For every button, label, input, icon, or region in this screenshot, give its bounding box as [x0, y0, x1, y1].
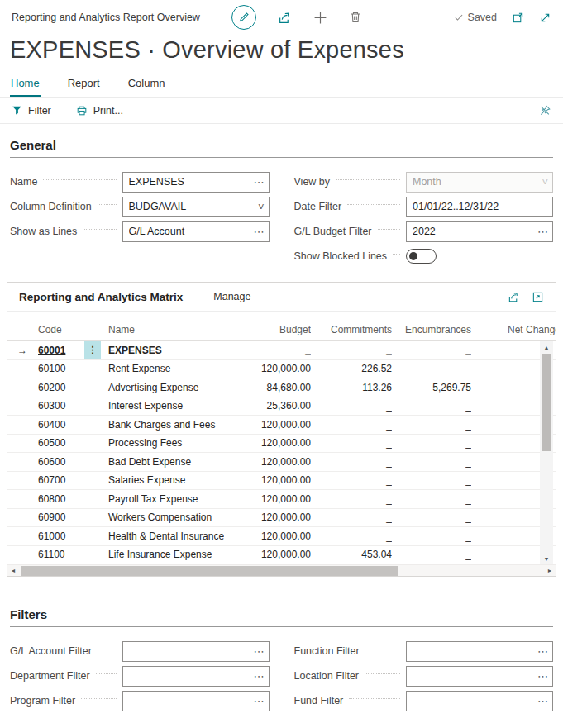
table-row[interactable]: 60900Workers Compensation120,000.00__ [7, 509, 556, 528]
cell-budget[interactable]: 120,000.00 [224, 549, 311, 560]
unpin-toolbar-button[interactable] [539, 104, 551, 117]
program-filter-field[interactable]: ⋯ [122, 691, 270, 711]
new-button[interactable] [313, 11, 327, 25]
table-row[interactable]: 61000Health & Dental Insurance E...120,0… [7, 527, 556, 546]
col-header-budget[interactable]: Budget [224, 324, 311, 335]
cell-code[interactable]: 60001 [32, 345, 83, 356]
cell-code[interactable]: 60800 [32, 493, 83, 505]
cell-budget[interactable]: 120,000.00 [224, 437, 311, 449]
scroll-left-icon[interactable]: ◄ [7, 568, 19, 573]
cell-budget[interactable]: 25,360.00 [224, 400, 311, 412]
table-row[interactable]: 60800Payroll Tax Expense120,000.00__ [7, 490, 556, 509]
assist-edit-icon[interactable]: ⋯ [537, 671, 548, 682]
table-row[interactable]: 60300Interest Expense25,360.00__ [7, 397, 556, 416]
assist-edit-icon[interactable]: ⋯ [254, 671, 265, 682]
cell-commitments[interactable]: 226.52 [311, 363, 392, 374]
open-in-new-window-button[interactable] [512, 12, 524, 24]
general-heading[interactable]: General [10, 124, 553, 158]
name-field[interactable]: ⋯ [122, 172, 270, 193]
share-button[interactable] [278, 11, 292, 25]
cell-code[interactable]: 61100 [32, 549, 83, 560]
location-filter-field[interactable]: ⋯ [406, 666, 553, 687]
assist-edit-icon[interactable]: ⋯ [537, 226, 548, 237]
table-row[interactable]: 60600Bad Debt Expense120,000.00__ [7, 453, 556, 472]
breadcrumb[interactable]: Reporting and Analytics Report Overview [12, 12, 200, 23]
assist-edit-icon[interactable]: ⋯ [254, 696, 265, 707]
cell-code[interactable]: 60600 [32, 456, 83, 468]
cell-budget[interactable]: 120,000.00 [224, 474, 311, 486]
cell-budget[interactable]: 120,000.00 [224, 531, 311, 542]
cell-budget[interactable]: 120,000.00 [224, 512, 311, 523]
table-row[interactable]: 60700Salaries Expense120,000.00__ [7, 472, 556, 491]
cell-code[interactable]: 60100 [32, 363, 83, 374]
print-button[interactable]: Print... [76, 105, 123, 117]
cell-encumbrances[interactable]: _ [392, 456, 471, 468]
cell-commitments[interactable]: _ [311, 531, 392, 542]
cell-commitments[interactable]: _ [311, 400, 392, 412]
cell-code[interactable]: 61000 [32, 531, 83, 542]
cell-encumbrances[interactable]: _ [392, 531, 471, 542]
cell-encumbrances[interactable]: _ [392, 400, 471, 412]
program-filter-input[interactable] [123, 692, 269, 711]
gl-account-filter-input[interactable] [123, 642, 269, 661]
delete-button[interactable] [349, 11, 362, 24]
edit-button[interactable] [231, 5, 256, 30]
row-context-menu-icon[interactable]: ⋮ [84, 341, 101, 359]
cell-commitments[interactable]: _ [311, 419, 392, 431]
fullscreen-button[interactable] [539, 12, 551, 24]
table-row[interactable]: →60001⋮EXPENSES___ [7, 341, 556, 360]
tab-column[interactable]: Column [127, 74, 166, 97]
table-row[interactable]: 60400Bank Charges and Fees120,000.00__ [7, 416, 556, 435]
name-input[interactable] [123, 173, 269, 192]
fund-filter-field[interactable]: ⋯ [406, 691, 553, 711]
cell-budget[interactable]: 120,000.00 [224, 363, 311, 374]
assist-edit-icon[interactable]: ⋯ [537, 696, 548, 707]
function-filter-field[interactable]: ⋯ [406, 641, 553, 662]
cell-encumbrances[interactable]: _ [392, 345, 471, 356]
table-row[interactable]: 61100Life Insurance Expense120,000.00453… [7, 546, 556, 565]
scroll-up-icon[interactable]: ▲ [540, 341, 553, 353]
table-row[interactable]: 60100Rent Expense120,000.00226.52_ [7, 360, 556, 379]
column-definition-input[interactable] [123, 197, 269, 216]
show-blocked-lines-toggle[interactable] [406, 249, 437, 264]
cell-commitments[interactable]: _ [311, 512, 392, 523]
cell-code[interactable]: 60300 [32, 400, 83, 412]
cell-commitments[interactable]: _ [311, 456, 392, 468]
cell-encumbrances[interactable]: _ [392, 363, 471, 374]
function-filter-input[interactable] [407, 642, 552, 661]
cell-budget[interactable]: _ [224, 345, 311, 356]
horizontal-scrollbar[interactable]: ◄ ► [7, 564, 556, 576]
col-header-net-change[interactable]: Net Change [471, 324, 556, 335]
table-row[interactable]: 60200Advertising Expense84,680.00113.265… [7, 378, 556, 397]
fund-filter-input[interactable] [407, 692, 552, 711]
horizontal-scrollbar-track[interactable] [19, 565, 544, 576]
cell-encumbrances[interactable]: _ [392, 419, 471, 431]
date-filter-field[interactable] [406, 197, 553, 217]
col-header-encumbrances[interactable]: Encumbrances [392, 324, 471, 335]
column-definition-field[interactable]: ˅ [122, 197, 270, 217]
cell-budget[interactable]: 84,680.00 [224, 382, 311, 393]
scroll-right-icon[interactable]: ► [544, 568, 556, 573]
cell-encumbrances[interactable]: 5,269.75 [392, 382, 471, 393]
assist-edit-icon[interactable]: ⋯ [254, 646, 265, 657]
cell-encumbrances[interactable]: _ [392, 437, 471, 449]
cell-commitments[interactable]: _ [311, 345, 392, 356]
cell-commitments[interactable]: 453.04 [311, 549, 392, 560]
cell-budget[interactable]: 120,000.00 [224, 419, 311, 431]
cell-commitments[interactable]: _ [311, 493, 392, 505]
cell-code[interactable]: 60900 [32, 512, 83, 523]
filters-heading[interactable]: Filters [10, 593, 553, 627]
tab-report[interactable]: Report [67, 74, 101, 97]
department-filter-input[interactable] [123, 667, 269, 686]
matrix-expand-button[interactable] [532, 291, 544, 303]
vertical-scrollbar[interactable]: ▲ ▼ [540, 341, 553, 564]
date-filter-input[interactable] [407, 197, 552, 216]
gl-budget-filter-input[interactable] [407, 222, 552, 241]
assist-edit-icon[interactable]: ⋯ [254, 177, 265, 188]
cell-encumbrances[interactable]: _ [392, 474, 471, 486]
cell-code[interactable]: 60200 [32, 382, 83, 393]
cell-commitments[interactable]: 113.26 [311, 382, 392, 393]
cell-encumbrances[interactable]: _ [392, 512, 471, 523]
gl-budget-filter-field[interactable]: ⋯ [406, 221, 553, 242]
scroll-down-icon[interactable]: ▼ [540, 553, 553, 564]
